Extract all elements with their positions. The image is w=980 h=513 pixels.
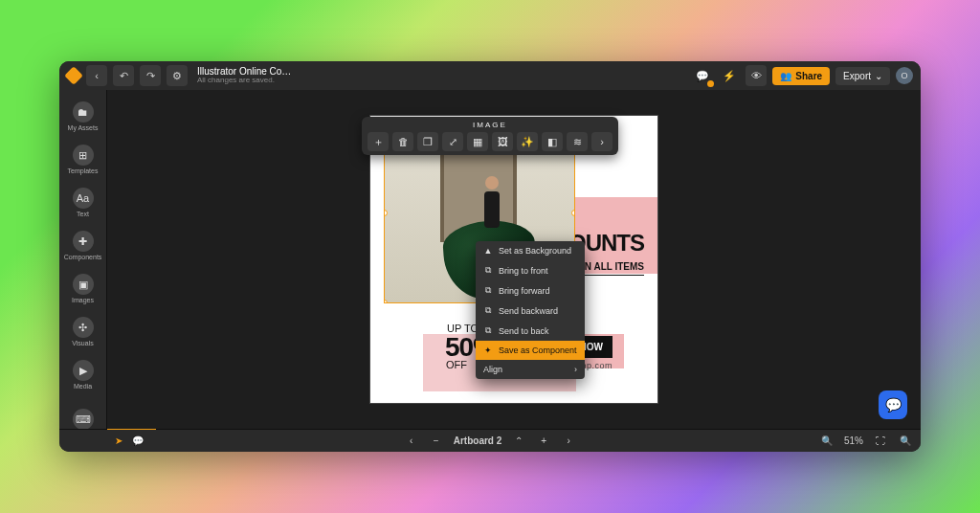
images-icon: ▣	[73, 274, 94, 295]
delete-button[interactable]: 🗑	[392, 132, 413, 151]
resize-handle[interactable]	[571, 210, 575, 216]
chat-button[interactable]: 💬	[879, 390, 907, 419]
image-toolbar: IMAGE ＋ 🗑 ❐ ⤢ ▦ 🖼 ✨ ◧ ≋ ›	[362, 117, 618, 155]
bolt-button[interactable]: ⚡	[719, 65, 740, 86]
menu-send-to-back[interactable]: ⧉Send to back	[476, 321, 585, 341]
chevron-right-icon: ›	[574, 365, 577, 374]
more-button[interactable]: ›	[591, 132, 612, 151]
pointer-tool-icon[interactable]: ➤	[115, 435, 122, 446]
comments-button[interactable]: 💬	[692, 65, 713, 86]
menu-align[interactable]: Align›	[476, 360, 585, 379]
sidebar-item-images[interactable]: ▣Images	[61, 270, 105, 307]
components-icon: ✚	[73, 231, 94, 252]
zoom-in-button[interactable]: +	[536, 434, 551, 449]
templates-icon: ⊞	[73, 145, 94, 166]
comment-tool-icon[interactable]: 💬	[132, 435, 144, 446]
effects-button[interactable]: ✨	[517, 132, 538, 151]
chevron-down-icon: ⌄	[875, 71, 882, 81]
back-button[interactable]: ‹	[86, 65, 107, 86]
zoom-out-button[interactable]: −	[429, 434, 444, 449]
text-icon: Aa	[73, 188, 94, 209]
settings-button[interactable]: ⚙	[167, 65, 188, 86]
fullscreen-button[interactable]: ⛶	[873, 434, 888, 449]
prev-artboard-button[interactable]: ‹	[404, 434, 419, 449]
duplicate-button[interactable]: ❐	[417, 132, 438, 151]
zoom-out-icon[interactable]: 🔍	[819, 434, 835, 449]
share-button[interactable]: 👥Share	[772, 67, 830, 85]
menu-bring-forward[interactable]: ⧉Bring forward	[476, 280, 585, 301]
collapse-button[interactable]: ⌃	[511, 434, 526, 449]
context-menu: ▲Set as Background ⧉Bring to front ⧉Brin…	[476, 241, 585, 379]
off-text[interactable]: OFF	[446, 359, 467, 370]
layers-button[interactable]: ≋	[567, 132, 588, 151]
zoom-in-icon[interactable]: 🔍	[898, 434, 913, 449]
subline-text[interactable]: ON ALL ITEMS	[577, 261, 644, 276]
preview-button[interactable]: 👁	[746, 65, 767, 86]
resize-handle[interactable]	[384, 300, 388, 303]
add-button[interactable]: ＋	[368, 132, 389, 151]
replace-image-button[interactable]: 🖼	[492, 132, 513, 151]
user-avatar[interactable]: O	[896, 67, 913, 84]
menu-set-as-background[interactable]: ▲Set as Background	[476, 241, 585, 260]
layer-icon: ⧉	[483, 325, 493, 336]
sidebar-item-media[interactable]: ▶Media	[61, 356, 105, 393]
doc-title-block: Illustrator Online Co… All changes are s…	[197, 66, 291, 85]
save-status: All changes are saved.	[197, 77, 291, 85]
menu-bring-to-front[interactable]: ⧉Bring to front	[476, 260, 585, 280]
share-icon: 👥	[780, 71, 791, 81]
menu-send-backward[interactable]: ⧉Send backward	[476, 301, 585, 321]
background-icon: ▲	[483, 246, 493, 256]
zoom-level[interactable]: 51%	[844, 435, 863, 446]
app-logo-icon[interactable]	[64, 66, 83, 85]
next-artboard-button[interactable]: ›	[561, 434, 576, 449]
undo-button[interactable]: ↶	[113, 65, 134, 86]
app-window: ‹ ↶ ↷ ⚙ Illustrator Online Co… All chang…	[59, 61, 921, 452]
artboard-name[interactable]: Artboard 2	[454, 435, 502, 446]
layer-icon: ⧉	[483, 285, 493, 296]
layer-icon: ⧉	[483, 265, 493, 276]
crop-button[interactable]: ▦	[467, 132, 488, 151]
layer-icon: ⧉	[483, 305, 493, 316]
sidebar-item-visuals[interactable]: ✣Visuals	[61, 313, 105, 350]
keyboard-icon: ⌨	[73, 409, 94, 430]
sidebar-item-text[interactable]: AaText	[61, 184, 105, 221]
component-icon: ✦	[483, 346, 493, 355]
media-icon: ▶	[73, 360, 94, 381]
left-sidebar: 🖿My Assets ⊞Templates AaText ✚Components…	[59, 90, 107, 429]
redo-button[interactable]: ↷	[140, 65, 161, 86]
top-bar: ‹ ↶ ↷ ⚙ Illustrator Online Co… All chang…	[59, 61, 921, 90]
visuals-icon: ✣	[73, 317, 94, 338]
sidebar-item-templates[interactable]: ⊞Templates	[61, 141, 105, 178]
folder-icon: 🖿	[73, 101, 94, 123]
export-button[interactable]: Export⌄	[835, 67, 890, 85]
sidebar-item-components[interactable]: ✚Components	[61, 227, 105, 264]
fit-button[interactable]: ⤢	[442, 132, 463, 151]
bottom-bar: ➤ 💬 ‹ − Artboard 2 ⌃ + › 🔍 51% ⛶ 🔍	[59, 429, 921, 452]
sidebar-item-my-assets[interactable]: 🖿My Assets	[61, 98, 105, 135]
menu-save-as-component[interactable]: ✦Save as Component	[476, 341, 585, 360]
toolbar-label: IMAGE	[473, 121, 507, 130]
mask-button[interactable]: ◧	[542, 132, 563, 151]
